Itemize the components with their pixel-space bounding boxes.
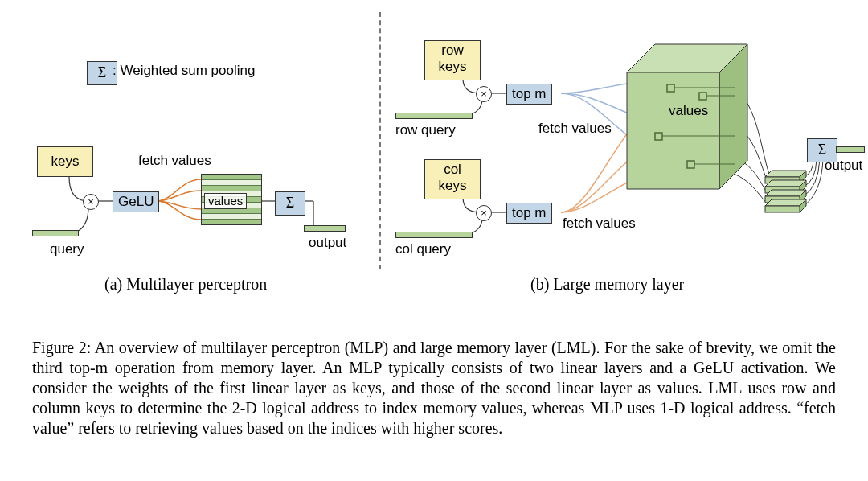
lml-output-label: output xyxy=(825,158,862,174)
lml-values-label: values xyxy=(669,103,708,119)
svg-marker-9 xyxy=(627,72,719,189)
lml-fetch-row-label: fetch values xyxy=(538,121,612,137)
mlp-gelu-box: GeLU xyxy=(113,191,159,212)
lml-col-query-bar xyxy=(395,232,473,238)
svg-marker-18 xyxy=(765,171,806,177)
lml-row-keys-l2: keys xyxy=(430,59,475,75)
mlp-keys-box: keys xyxy=(37,146,93,177)
lml-caption: (b) Large memory layer xyxy=(530,275,684,294)
mlp-query-label: query xyxy=(50,241,84,257)
lml-col-keys-box: col keys xyxy=(424,159,481,199)
lml-topm-col-box: top m xyxy=(506,203,552,224)
mlp-otimes-icon: × xyxy=(83,194,99,210)
mlp-values-label: values xyxy=(204,193,247,209)
mlp-fetch-label: fetch values xyxy=(138,153,211,169)
lml-otimes-row-icon: × xyxy=(476,86,492,102)
lml-value-slabs xyxy=(764,169,812,221)
lml-row-keys-l1: row xyxy=(430,43,475,59)
mlp-caption: (a) Multilayer perceptron xyxy=(104,275,267,294)
mlp-output-label: output xyxy=(309,235,346,251)
lml-row-query-bar xyxy=(395,113,473,119)
lml-col-keys-l2: keys xyxy=(430,178,475,194)
figure-caption: Figure 2: An overview of multilayer perc… xyxy=(32,338,836,438)
svg-rect-29 xyxy=(765,206,800,212)
svg-marker-27 xyxy=(765,199,806,206)
lml-row-keys-box: row keys xyxy=(424,40,481,80)
svg-marker-21 xyxy=(765,180,806,187)
lml-col-keys-l1: col xyxy=(430,162,475,178)
lml-col-query-label: col query xyxy=(395,241,451,257)
mlp-query-bar xyxy=(32,230,79,236)
lml-otimes-col-icon: × xyxy=(476,205,492,221)
legend-desc: : Weighted sum pooling xyxy=(113,63,255,79)
lml-row-query-label: row query xyxy=(395,122,456,138)
mlp-output-bar xyxy=(304,225,346,232)
figure-canvas: Σ : Weighted sum pooling keys × GeLU fet… xyxy=(0,0,868,290)
figure-caption-text: Figure 2: An overview of multilayer perc… xyxy=(32,339,836,437)
svg-marker-24 xyxy=(765,190,806,196)
lml-fetch-col-label: fetch values xyxy=(563,216,636,232)
mlp-sigma-box: Σ xyxy=(275,191,305,216)
panel-divider xyxy=(379,12,381,269)
lml-output-bar xyxy=(836,146,865,153)
lml-topm-row-box: top m xyxy=(506,84,552,105)
